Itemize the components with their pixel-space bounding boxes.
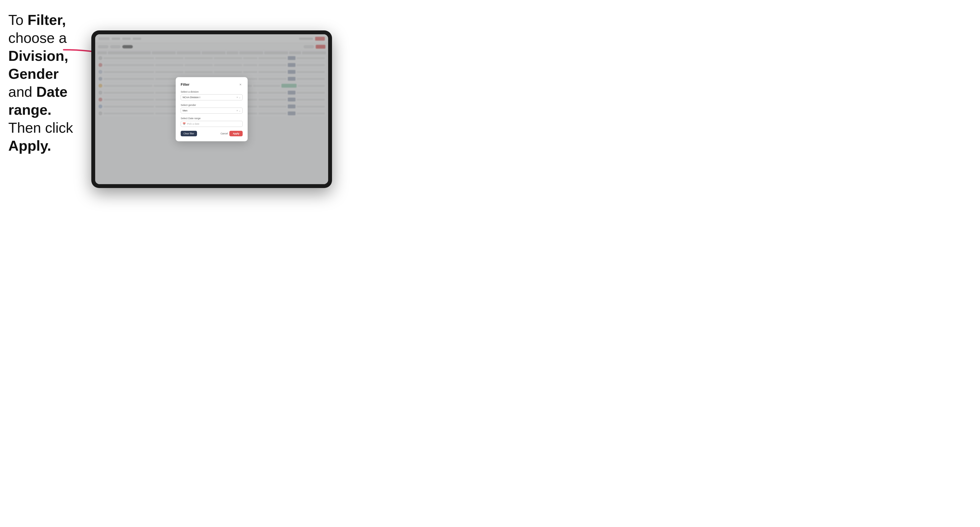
gender-select-actions: × ⌄ xyxy=(237,109,241,112)
date-label: Select Date range xyxy=(181,117,243,120)
gender-value: Men xyxy=(183,109,237,112)
modal-footer: Clear filter Cancel Apply xyxy=(181,131,243,136)
instruction-bold2: Division, Gender xyxy=(8,48,68,82)
tablet-frame: Filter × Select a division NCAA Division… xyxy=(91,30,332,188)
division-label: Select a division xyxy=(181,90,243,93)
instruction-line3: and Date range. xyxy=(8,84,67,118)
gender-form-group: Select gender Men × ⌄ xyxy=(181,104,243,114)
gender-chevron-icon[interactable]: ⌄ xyxy=(239,110,241,112)
instruction-text: To Filter, choose a Division, Gender and… xyxy=(8,11,94,155)
modal-close-button[interactable]: × xyxy=(238,82,243,87)
modal-header: Filter × xyxy=(181,82,243,87)
modal-overlay: Filter × Select a division NCAA Division… xyxy=(95,34,328,184)
division-select[interactable]: NCAA Division I × ⌄ xyxy=(181,94,243,100)
gender-label: Select gender xyxy=(181,104,243,106)
gender-select[interactable]: Men × ⌄ xyxy=(181,108,243,114)
division-value: NCAA Division I xyxy=(183,96,237,99)
cancel-button[interactable]: Cancel xyxy=(221,132,228,135)
tablet-screen: Filter × Select a division NCAA Division… xyxy=(95,34,328,184)
gender-clear-icon[interactable]: × xyxy=(237,109,238,112)
instruction-line4: Then click Apply. xyxy=(8,120,73,154)
modal-footer-actions: Cancel Apply xyxy=(221,131,243,136)
calendar-icon: 📅 xyxy=(183,122,186,125)
division-chevron-icon[interactable]: ⌄ xyxy=(239,96,241,99)
date-range-input[interactable]: 📅 Pick a date xyxy=(181,121,243,127)
apply-button[interactable]: Apply xyxy=(229,131,243,136)
filter-modal: Filter × Select a division NCAA Division… xyxy=(176,77,248,141)
modal-title: Filter xyxy=(181,83,189,87)
division-form-group: Select a division NCAA Division I × ⌄ xyxy=(181,90,243,100)
division-select-actions: × ⌄ xyxy=(237,96,241,99)
date-placeholder: Pick a date xyxy=(187,122,199,125)
clear-filter-button[interactable]: Clear filter xyxy=(181,131,197,136)
date-form-group: Select Date range 📅 Pick a date xyxy=(181,117,243,127)
instruction-line1: To Filter, choose a xyxy=(8,12,67,46)
division-clear-icon[interactable]: × xyxy=(237,96,238,99)
